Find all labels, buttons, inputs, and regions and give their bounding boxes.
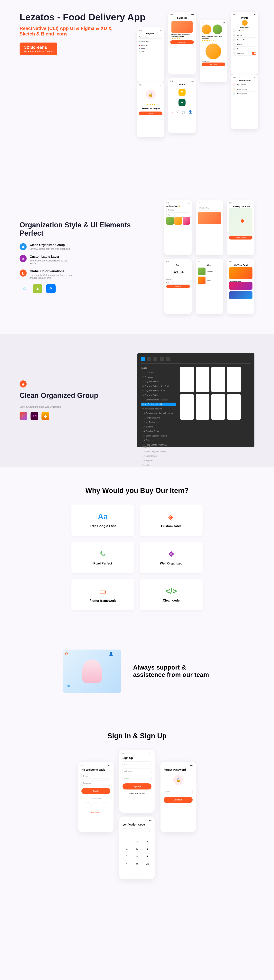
keypad-digit[interactable]: 7	[122, 854, 131, 859]
toggle-icon[interactable]	[252, 52, 257, 55]
password-input[interactable]: Password	[81, 780, 110, 786]
figma-artboard[interactable]	[180, 394, 194, 420]
add-cart-btn[interactable]: Add to Cart	[170, 40, 194, 44]
checkout-btn[interactable]: Checkout	[166, 285, 190, 288]
figma-artboard[interactable]	[211, 394, 225, 420]
name-input[interactable]: Full Name	[122, 768, 152, 774]
mcdonalds-icon[interactable]: M	[179, 89, 185, 96]
keypad-digit[interactable]: 3	[143, 839, 152, 845]
signup-button[interactable]: Sign Up	[122, 783, 152, 789]
starbucks-icon[interactable]: ✦	[179, 99, 185, 106]
figma-layer[interactable]: 21. Cart	[141, 463, 176, 467]
figma-layer[interactable]: 4. Payment Setting - Add Card	[141, 385, 176, 388]
figma-tool[interactable]	[141, 357, 145, 361]
cat-img[interactable]	[174, 217, 182, 224]
figma-window: Pages 1. Edit Profile 2. Summary 3. Paym…	[137, 353, 255, 447]
nav-icon[interactable]: 👤	[188, 110, 192, 114]
figma-layer[interactable]: 14. Sign In - Empty	[141, 430, 176, 433]
nav-icon[interactable]: ⌂	[172, 110, 174, 114]
payment-card[interactable]: PPaypal	[139, 47, 162, 50]
figma-layer[interactable]: 10. Reset password - email entered	[141, 412, 176, 415]
credit-card[interactable]	[229, 291, 252, 299]
figma-artboard[interactable]	[180, 367, 194, 392]
google-icon[interactable]	[84, 802, 91, 808]
credit-card[interactable]	[229, 267, 252, 279]
figma-layer[interactable]: 12. Verification code	[141, 421, 176, 424]
nav-icon[interactable]: 🛒	[182, 110, 186, 114]
facebook-icon[interactable]	[101, 802, 107, 808]
figma-layer[interactable]: 7. Reset Password - Success	[141, 398, 176, 401]
search-input[interactable]: Search	[166, 207, 190, 213]
profile-item[interactable]: My Order	[233, 33, 257, 38]
figma-layer[interactable]: 15. Select Location - Typing	[141, 434, 176, 438]
code-digit[interactable]: •	[122, 829, 128, 834]
figma-artboard[interactable]	[227, 394, 241, 420]
have-account[interactable]: Already have account?	[122, 792, 152, 794]
continue-btn[interactable]: Continue	[139, 111, 162, 115]
keypad-digit[interactable]: 9	[143, 854, 152, 859]
signin-button[interactable]: Sign In	[81, 788, 110, 794]
figma-layer[interactable]: 8. Verification code 03	[141, 402, 176, 406]
keypad-digit[interactable]: 1	[122, 839, 131, 845]
continue-button[interactable]: Continue	[164, 797, 193, 803]
keypad-digit[interactable]: 0	[133, 861, 141, 867]
figma-artboard[interactable]	[196, 367, 209, 392]
profile-item[interactable]: My Account	[233, 29, 257, 33]
figma-layer[interactable]: 19. Order Details	[141, 454, 176, 458]
figma-layer[interactable]: 1. Edit Profile	[141, 371, 176, 374]
keypad-digit[interactable]: 5	[133, 846, 141, 852]
figma-artboard[interactable]	[211, 367, 225, 392]
notif-item[interactable]: Buy 1 get Free	[233, 83, 257, 87]
email-input[interactable]: E-mail	[122, 762, 152, 767]
cat-img[interactable]	[166, 217, 174, 224]
profile-item[interactable]: Notification	[233, 51, 257, 56]
figma-layer[interactable]: 6. Payment Setting	[141, 394, 176, 397]
search-field[interactable]: Mambo Tofu	[198, 205, 221, 211]
figma-layer[interactable]: 20. Payment	[141, 459, 176, 462]
payment-card[interactable]: ●Mastercard	[139, 44, 162, 47]
figma-tool[interactable]	[154, 357, 157, 361]
keypad-delete[interactable]: ⌫	[143, 861, 152, 867]
why-card-organized: ❖ Well Organized	[140, 542, 203, 573]
apple-icon[interactable]	[93, 802, 99, 808]
figma-tool[interactable]	[160, 357, 164, 361]
figma-layer[interactable]: 18. Select Payment Method	[141, 450, 176, 453]
figma-layer[interactable]: 13. Sign Up	[141, 425, 176, 428]
notif-item[interactable]: WOW Free Ship	[233, 92, 257, 96]
profile-item[interactable]: Address	[233, 42, 257, 47]
code-digit[interactable]: •	[144, 829, 149, 834]
email-input[interactable]: E-mail	[164, 789, 193, 794]
notif-item[interactable]: New KFC Deals	[233, 87, 257, 92]
payment-card[interactable]: $Cash	[139, 50, 162, 53]
keypad-digit[interactable]: 6	[143, 846, 152, 852]
nav-icon[interactable]: ♡	[176, 110, 179, 114]
figma-layer[interactable]: 5. Payment Setting - Auto	[141, 389, 176, 392]
cat-img[interactable]	[182, 217, 190, 224]
confirm-location-btn[interactable]: Confirm Location	[229, 236, 252, 240]
code-digit[interactable]: •	[130, 829, 135, 834]
email-input[interactable]: E-mail	[81, 773, 110, 779]
keypad-digit[interactable]: 8	[133, 854, 141, 859]
figma-layer[interactable]: 11. Forgot password	[141, 416, 176, 420]
figma-layer[interactable]: 3. Payment Setting	[141, 380, 176, 383]
code-digit[interactable]: •	[136, 829, 143, 834]
figma-tool[interactable]	[166, 357, 170, 361]
figma-artboard[interactable]	[196, 394, 209, 420]
figma-layer[interactable]: 17. Food Details - Variant 02 dropped	[141, 443, 176, 449]
keypad-digit[interactable]: *	[122, 861, 131, 867]
keypad-digit[interactable]: 2	[133, 839, 141, 845]
profile-item[interactable]: Payment Method	[233, 38, 257, 42]
map-view[interactable]	[229, 208, 252, 236]
profile-item[interactable]: Promo	[233, 47, 257, 51]
keypad-digit[interactable]: 4	[122, 846, 131, 852]
figma-artboard[interactable]	[227, 367, 241, 392]
credit-card[interactable]	[229, 282, 252, 290]
password-input[interactable]: ••••••••	[122, 776, 152, 781]
forgot-link[interactable]: Forgot Password?	[81, 811, 110, 813]
figma-layer[interactable]: 16. Tracking	[141, 439, 176, 442]
figma-layer[interactable]: 9. Verification code 02	[141, 407, 176, 410]
promo-btn[interactable]: Add to Cart	[201, 62, 225, 66]
figma-layer[interactable]: 2. Summary	[141, 375, 176, 379]
figma-tool[interactable]	[147, 357, 151, 361]
result-img[interactable]	[198, 212, 221, 224]
